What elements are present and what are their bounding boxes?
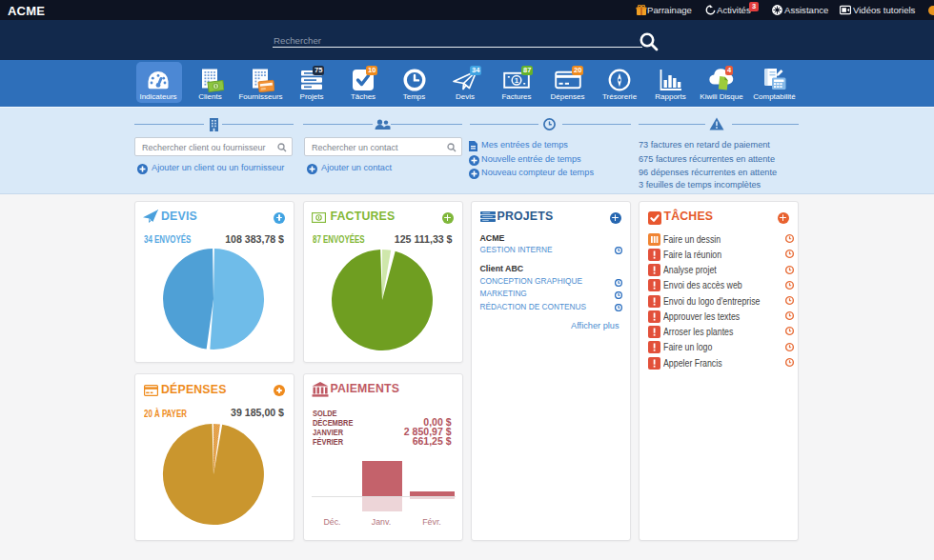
svg-text:1: 1 [515, 76, 519, 85]
